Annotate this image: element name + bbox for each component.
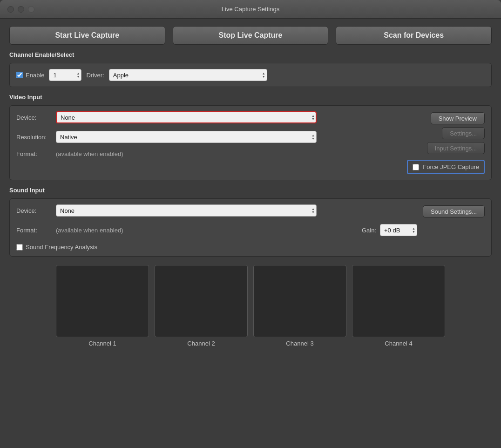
video-device-select-wrapper: None: [56, 111, 317, 123]
channels-row: Channel 1Channel 2Channel 3Channel 4: [9, 265, 492, 347]
force-jpeg-container: Force JPEG Capture: [407, 160, 485, 174]
force-jpeg-checkbox[interactable]: [413, 164, 419, 170]
close-button[interactable]: [7, 6, 14, 13]
channel-3-label: Channel 3: [286, 340, 313, 347]
driver-select[interactable]: Apple: [109, 69, 267, 81]
channel-1-label: Channel 1: [88, 340, 116, 347]
sound-format-label: Format:: [16, 227, 51, 234]
sound-freq-label: Sound Frequency Analysis: [16, 244, 97, 251]
sound-settings-button[interactable]: Sound Settings...: [423, 205, 485, 217]
maximize-button[interactable]: [28, 6, 34, 13]
sound-device-row: Device: None: [16, 204, 417, 217]
gain-label: Gain:: [362, 227, 376, 234]
channel-number-input[interactable]: [49, 69, 81, 81]
channel-row: Enable Driver: Apple: [16, 69, 485, 81]
channel-3-preview: [253, 265, 346, 337]
titlebar: Live Capture Settings: [0, 0, 501, 19]
video-input-box: Device: None Resolution:: [9, 105, 492, 180]
gain-input[interactable]: [380, 224, 417, 236]
sound-format-row: Format: (available when enabled) Gain:: [16, 224, 417, 236]
main-content: Start Live Capture Stop Live Capture Sca…: [0, 19, 501, 448]
channel-2-preview: [155, 265, 248, 337]
force-jpeg-label: Force JPEG Capture: [423, 163, 479, 170]
sound-format-value: (available when enabled): [56, 227, 123, 234]
video-input-section: Video Input Device: None: [9, 94, 492, 180]
gain-wrapper: Gain:: [362, 224, 417, 236]
toolbar: Start Live Capture Stop Live Capture Sca…: [9, 26, 492, 45]
driver-label: Driver:: [86, 72, 104, 79]
video-device-select[interactable]: None: [56, 111, 317, 123]
video-format-label: Format:: [16, 150, 51, 157]
start-live-capture-button[interactable]: Start Live Capture: [9, 26, 165, 45]
channel-2-label: Channel 2: [187, 340, 215, 347]
channel-section-box: Enable Driver: Apple: [9, 63, 492, 87]
channel-2-box: Channel 2: [155, 265, 248, 347]
sound-freq-checkbox[interactable]: [16, 244, 23, 251]
channel-4-preview: [352, 265, 445, 337]
traffic-lights: [7, 6, 34, 13]
channel-section-title: Channel Enable/Select: [9, 51, 492, 58]
sound-freq-row: Sound Frequency Analysis: [16, 244, 417, 251]
stop-live-capture-button[interactable]: Stop Live Capture: [173, 26, 329, 45]
resolution-select[interactable]: Native: [56, 131, 317, 143]
channel-4-label: Channel 4: [385, 340, 412, 347]
channel-3-box: Channel 3: [253, 265, 346, 347]
sound-freq-text: Sound Frequency Analysis: [26, 244, 97, 251]
channel-section: Channel Enable/Select Enable Driver: App…: [9, 51, 492, 87]
sound-input-title: Sound Input: [9, 187, 492, 194]
channel-1-box: Channel 1: [56, 265, 149, 347]
minimize-button[interactable]: [18, 6, 24, 13]
video-device-label: Device:: [16, 114, 51, 121]
video-input-title: Video Input: [9, 94, 492, 101]
sound-device-select-wrapper: None: [56, 204, 317, 217]
input-settings-button: Input Settings...: [427, 142, 485, 154]
channel-4-box: Channel 4: [352, 265, 445, 347]
sound-input-section: Sound Input Device: None: [9, 187, 492, 257]
window-title: Live Capture Settings: [222, 6, 279, 13]
gain-stepper: [380, 224, 417, 236]
enable-checkbox[interactable]: [16, 72, 23, 78]
video-format-row: Format: (available when enabled): [16, 150, 401, 157]
show-preview-button[interactable]: Show Preview: [431, 112, 485, 124]
enable-label: Enable: [26, 72, 44, 79]
settings-button: Settings...: [442, 127, 485, 139]
resolution-label: Resolution:: [16, 134, 51, 141]
sound-input-box: Device: None Format: (available wh: [9, 198, 492, 257]
video-format-value: (available when enabled): [56, 150, 123, 157]
resolution-select-wrapper: Native: [56, 131, 317, 143]
sound-device-select[interactable]: None: [56, 204, 317, 217]
channel-1-preview: [56, 265, 149, 337]
app-window: Live Capture Settings Start Live Capture…: [0, 0, 501, 448]
scan-for-devices-button[interactable]: Scan for Devices: [336, 26, 492, 45]
channel-number-stepper: [49, 69, 81, 81]
video-device-row: Device: None: [16, 111, 401, 123]
resolution-row: Resolution: Native: [16, 131, 401, 143]
sound-device-label: Device:: [16, 207, 51, 214]
enable-checkbox-label: Enable: [16, 72, 44, 79]
driver-select-wrapper: Apple: [109, 69, 267, 81]
